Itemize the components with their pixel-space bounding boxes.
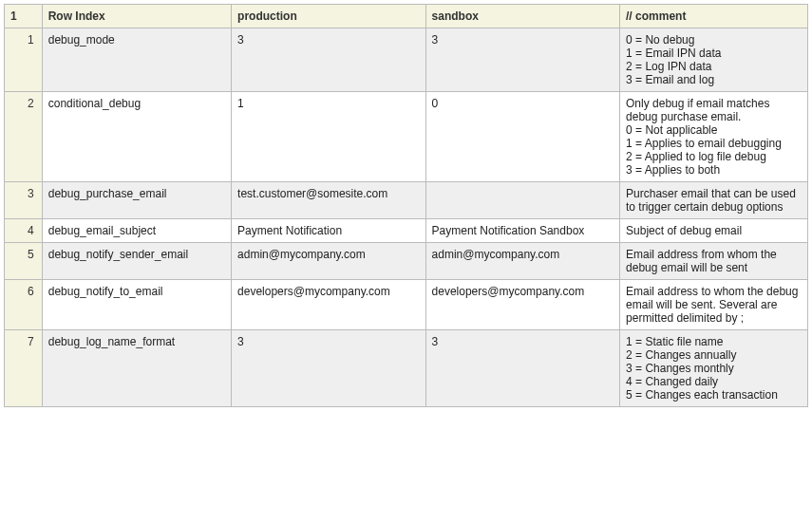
row-number[interactable]: 3: [5, 182, 43, 219]
cell-sandbox[interactable]: 3: [425, 28, 619, 92]
cell-comment[interactable]: Email address to whom the debug email wi…: [620, 280, 808, 330]
table-row: 4 debug_email_subject Payment Notificati…: [5, 219, 808, 243]
header-comment[interactable]: // comment: [620, 5, 808, 28]
cell-production[interactable]: 1: [232, 92, 425, 182]
cell-sandbox[interactable]: 3: [425, 330, 619, 407]
cell-rowindex[interactable]: conditional_debug: [42, 92, 231, 182]
cell-sandbox[interactable]: admin@mycompany.com: [425, 243, 619, 280]
table-row: 3 debug_purchase_email test.customer@som…: [5, 182, 808, 219]
cell-sandbox[interactable]: [425, 182, 619, 219]
cell-rowindex[interactable]: debug_log_name_format: [42, 330, 231, 407]
table-row: 2 conditional_debug 1 0 Only debug if em…: [5, 92, 808, 182]
cell-production[interactable]: 3: [232, 28, 425, 92]
cell-comment[interactable]: 1 = Static file name 2 = Changes annuall…: [620, 330, 808, 407]
cell-production[interactable]: test.customer@somesite.com: [232, 182, 425, 219]
cell-production[interactable]: Payment Notification: [232, 219, 425, 243]
cell-comment[interactable]: 0 = No debug 1 = Email IPN data 2 = Log …: [620, 28, 808, 92]
cell-rowindex[interactable]: debug_mode: [42, 28, 231, 92]
config-table: 1 Row Index production sandbox // commen…: [4, 4, 808, 407]
row-number[interactable]: 6: [5, 280, 43, 330]
cell-rowindex[interactable]: debug_notify_sender_email: [42, 243, 231, 280]
cell-comment[interactable]: Subject of debug email: [620, 219, 808, 243]
cell-rowindex[interactable]: debug_purchase_email: [42, 182, 231, 219]
table-row: 1 debug_mode 3 3 0 = No debug 1 = Email …: [5, 28, 808, 92]
cell-comment[interactable]: Only debug if email matches debug purcha…: [620, 92, 808, 182]
row-number[interactable]: 4: [5, 219, 43, 243]
row-number[interactable]: 5: [5, 243, 43, 280]
table-row: 5 debug_notify_sender_email admin@mycomp…: [5, 243, 808, 280]
cell-sandbox[interactable]: developers@mycompany.com: [425, 280, 619, 330]
header-production[interactable]: production: [232, 5, 425, 28]
cell-rowindex[interactable]: debug_email_subject: [42, 219, 231, 243]
table-row: 6 debug_notify_to_email developers@mycom…: [5, 280, 808, 330]
cell-sandbox[interactable]: Payment Notification Sandbox: [425, 219, 619, 243]
cell-production[interactable]: admin@mycompany.com: [232, 243, 425, 280]
cell-rowindex[interactable]: debug_notify_to_email: [42, 280, 231, 330]
cell-comment[interactable]: Purchaser email that can be used to trig…: [620, 182, 808, 219]
cell-sandbox[interactable]: 0: [425, 92, 619, 182]
row-number[interactable]: 2: [5, 92, 43, 182]
table-body: 1 debug_mode 3 3 0 = No debug 1 = Email …: [5, 28, 808, 407]
table-row: 7 debug_log_name_format 3 3 1 = Static f…: [5, 330, 808, 407]
cell-production[interactable]: developers@mycompany.com: [232, 280, 425, 330]
row-number[interactable]: 1: [5, 28, 43, 92]
header-rowindex[interactable]: Row Index: [42, 5, 231, 28]
header-corner[interactable]: 1: [5, 5, 43, 28]
cell-production[interactable]: 3: [232, 330, 425, 407]
header-row: 1 Row Index production sandbox // commen…: [5, 5, 808, 28]
header-sandbox[interactable]: sandbox: [425, 5, 619, 28]
cell-comment[interactable]: Email address from whom the debug email …: [620, 243, 808, 280]
row-number[interactable]: 7: [5, 330, 43, 407]
